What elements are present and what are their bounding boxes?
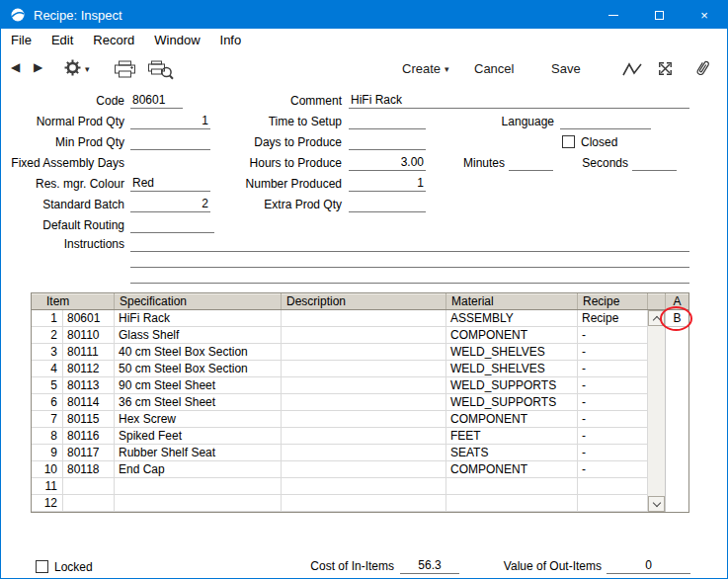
menu-edit[interactable]: Edit	[41, 29, 83, 52]
extra-prod-qty-input[interactable]	[349, 197, 426, 212]
cell-spec[interactable]: 50 cm Steel Box Section	[115, 361, 282, 376]
cell-material[interactable]: FEET	[446, 428, 578, 444]
expand-button[interactable]	[655, 58, 676, 82]
cell-item[interactable]: 80117	[63, 445, 115, 460]
forward-button[interactable]: ▶	[34, 60, 42, 74]
cell-spec[interactable]: HiFi Rack	[115, 310, 282, 326]
table-row[interactable]: 1080118End CapCOMPONENT-	[32, 461, 648, 478]
row-number[interactable]: 10	[32, 461, 63, 477]
seconds-input[interactable]	[632, 155, 677, 171]
print-preview-button[interactable]	[147, 60, 174, 83]
cell-recipe[interactable]	[578, 478, 648, 494]
instructions-line-3[interactable]	[130, 268, 689, 284]
cell-desc[interactable]	[282, 310, 446, 326]
cell-material[interactable]: COMPONENT	[446, 327, 578, 343]
row-number[interactable]: 7	[32, 411, 63, 427]
cell-spec[interactable]: Glass Shelf	[115, 327, 282, 343]
cell-item[interactable]: 80111	[63, 344, 115, 360]
table-row[interactable]: 11	[32, 478, 648, 495]
min-prod-qty-input[interactable]	[130, 134, 210, 150]
cell-material[interactable]: COMPONENT	[446, 411, 578, 427]
signature-button[interactable]	[621, 62, 643, 80]
table-row[interactable]: 280110Glass ShelfCOMPONENT-	[32, 327, 648, 344]
cell-desc[interactable]	[282, 361, 446, 376]
code-input[interactable]: 80601	[130, 93, 183, 109]
create-button[interactable]: Create ▾	[402, 61, 449, 76]
cell-desc[interactable]	[282, 461, 446, 477]
minutes-input[interactable]	[509, 155, 553, 171]
table-row[interactable]: 12	[32, 495, 648, 512]
cell-recipe[interactable]: -	[578, 361, 648, 376]
language-input[interactable]	[560, 114, 651, 129]
cell-recipe[interactable]: Recipe	[578, 310, 648, 326]
row-number[interactable]: 8	[32, 428, 63, 444]
cell-recipe[interactable]: -	[578, 344, 648, 360]
row-number[interactable]: 5	[32, 377, 63, 393]
table-row[interactable]: 980117Rubber Shelf SeatSEATS-	[32, 445, 648, 461]
cell-item[interactable]	[63, 478, 115, 494]
row-number[interactable]: 3	[32, 344, 63, 360]
comment-input[interactable]: HiFi Rack	[349, 93, 689, 109]
row-number[interactable]: 6	[32, 394, 63, 410]
cell-desc[interactable]	[282, 495, 446, 511]
cell-item[interactable]: 80110	[63, 327, 115, 343]
operations-menu-button[interactable]: ▾	[64, 59, 90, 79]
titlebar[interactable]: Recipe: Inspect ×	[1, 1, 727, 29]
row-number[interactable]: 1	[32, 310, 63, 326]
maximize-button[interactable]	[636, 1, 682, 29]
time-to-setup-input[interactable]	[349, 114, 426, 129]
cell-item[interactable]: 80112	[63, 361, 115, 376]
cell-item[interactable]: 80113	[63, 377, 115, 393]
print-button[interactable]	[114, 60, 136, 82]
cell-item[interactable]: 80601	[63, 310, 115, 326]
default-routing-input[interactable]	[130, 217, 214, 233]
cell-desc[interactable]	[282, 394, 446, 410]
locked-checkbox[interactable]	[36, 560, 48, 573]
cell-desc[interactable]	[282, 327, 446, 343]
row-number[interactable]: 2	[32, 327, 63, 343]
scroll-up-button[interactable]	[648, 310, 665, 326]
cell-recipe[interactable]: -	[578, 411, 648, 427]
days-to-produce-input[interactable]	[349, 134, 426, 150]
closed-checkbox[interactable]	[562, 135, 575, 148]
standard-batch-input[interactable]: 2	[130, 197, 210, 212]
cell-spec[interactable]	[115, 495, 282, 511]
table-scrollbar[interactable]	[648, 310, 665, 512]
cell-spec[interactable]: 90 cm Steel Sheet	[115, 377, 282, 393]
menu-info[interactable]: Info	[210, 29, 252, 52]
row-number[interactable]: 12	[32, 495, 63, 511]
scroll-down-button[interactable]	[648, 496, 665, 512]
cell-recipe[interactable]: -	[578, 377, 648, 393]
cell-item[interactable]: 80118	[63, 461, 115, 477]
cell-recipe[interactable]	[578, 495, 648, 511]
menu-window[interactable]: Window	[144, 29, 209, 52]
instructions-input[interactable]	[130, 236, 689, 252]
cell-spec[interactable]	[115, 478, 282, 494]
row-number[interactable]: 4	[32, 361, 63, 376]
hours-to-produce-input[interactable]: 3.00	[349, 155, 426, 171]
cell-material[interactable]: ASSEMBLY	[446, 310, 578, 326]
cell-desc[interactable]	[282, 445, 446, 460]
table-row[interactable]: 880116Spiked FeetFEET-	[32, 428, 648, 445]
cell-desc[interactable]	[282, 377, 446, 393]
table-row[interactable]: 780115Hex ScrewCOMPONENT-	[32, 411, 648, 428]
cell-material[interactable]	[446, 478, 578, 494]
cancel-button[interactable]: Cancel	[474, 61, 514, 76]
menu-record[interactable]: Record	[83, 29, 144, 52]
table-row[interactable]: 48011250 cm Steel Box SectionWELD_SHELVE…	[32, 361, 648, 377]
cell-recipe[interactable]: -	[578, 327, 648, 343]
cell-material[interactable]: COMPONENT	[446, 461, 578, 477]
cell-material[interactable]: SEATS	[446, 445, 578, 460]
cell-spec[interactable]: 36 cm Steel Sheet	[115, 394, 282, 410]
cell-spec[interactable]: End Cap	[115, 461, 282, 477]
table-row[interactable]: 180601HiFi RackASSEMBLYRecipe	[32, 310, 648, 327]
res-mgr-colour-input[interactable]: Red	[130, 176, 210, 192]
table-row[interactable]: 68011436 cm Steel SheetWELD_SUPPORTS-	[32, 394, 648, 411]
cell-material[interactable]: WELD_SUPPORTS	[446, 377, 578, 393]
cell-recipe[interactable]: -	[578, 428, 648, 444]
cell-material[interactable]	[446, 495, 578, 511]
cell-spec[interactable]: Spiked Feet	[115, 428, 282, 444]
back-button[interactable]: ◀	[11, 60, 20, 74]
cell-item[interactable]: 80114	[63, 394, 115, 410]
cell-desc[interactable]	[282, 428, 446, 444]
